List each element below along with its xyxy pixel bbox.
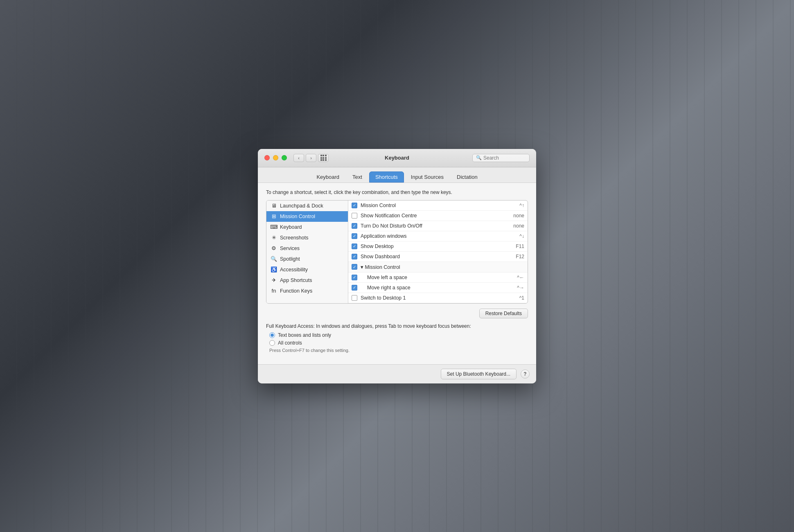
services-icon: ⚙ [271, 245, 277, 252]
launchpad-icon: 🖥 [271, 203, 277, 209]
shortcut-check-4[interactable]: ✓ [352, 243, 357, 249]
sidebar-item-label-accessibility: Accessibility [280, 267, 308, 273]
shortcut-row-2: ✓Turn Do Not Disturb On/Offnone [348, 221, 528, 231]
sidebar-item-label-app-shortcuts: App Shortcuts [280, 277, 312, 283]
search-icon: 🔍 [476, 155, 482, 160]
accessibility-icon: ♿ [271, 266, 277, 273]
shortcut-check-3[interactable]: ✓ [352, 233, 357, 239]
tab-keyboard[interactable]: Keyboard [310, 171, 345, 183]
keyboard-access-title: Full Keyboard Access: In windows and dia… [266, 323, 528, 329]
grid-button[interactable] [318, 154, 329, 162]
mission-control-icon: ⊞ [271, 213, 277, 220]
shortcut-key-0: ^↑ [508, 203, 524, 208]
shortcut-label-5: Show Dashboard [361, 254, 505, 259]
tab-text[interactable]: Text [346, 171, 368, 183]
keyboard-icon: ⌨ [271, 224, 277, 230]
radio-all-controls-input[interactable] [269, 340, 275, 346]
shortcut-label-9: Switch to Desktop 1 [361, 295, 505, 301]
tab-dictation[interactable]: Dictation [451, 171, 484, 183]
sidebar-item-launchpad[interactable]: 🖥Launchpad & Dock [266, 201, 348, 211]
sidebar-item-services[interactable]: ⚙Services [266, 243, 348, 254]
shortcut-key-5: F12 [508, 254, 524, 259]
tabs-row: KeyboardTextShortcutsInput SourcesDictat… [258, 167, 536, 183]
search-bar[interactable]: 🔍 [472, 154, 530, 162]
shortcut-key-9: ^1 [508, 295, 524, 301]
screenshots-icon: ✳ [271, 234, 277, 241]
keyboard-access-section: Full Keyboard Access: In windows and dia… [266, 323, 528, 353]
shortcut-row-7: ✓Move left a space^← [348, 273, 528, 283]
shortcut-check-9[interactable] [352, 295, 357, 301]
shortcut-key-2: none [508, 223, 524, 229]
sidebar-item-mission-control[interactable]: ⊞Mission Control [266, 211, 348, 222]
sidebar: 🖥Launchpad & Dock⊞Mission Control⌨Keyboa… [266, 201, 348, 303]
sidebar-item-label-mission-control: Mission Control [280, 214, 315, 219]
close-button[interactable] [264, 155, 270, 160]
tab-shortcuts[interactable]: Shortcuts [369, 171, 404, 183]
maximize-button[interactable] [282, 155, 287, 160]
control-hint: Press Control+F7 to change this setting. [269, 348, 528, 353]
radio-text-boxes-input[interactable] [269, 332, 275, 338]
instruction-text: To change a shortcut, select it, click t… [266, 189, 528, 195]
window-title: Keyboard [385, 155, 409, 161]
forward-button[interactable]: › [306, 154, 316, 162]
grid-icon [320, 155, 327, 161]
sidebar-item-label-spotlight: Spotlight [280, 256, 300, 262]
shortcut-check-8[interactable]: ✓ [352, 285, 357, 291]
shortcut-check-5[interactable]: ✓ [352, 254, 357, 259]
minimize-button[interactable] [273, 155, 278, 160]
shortcut-list: ✓Mission Control^↑Show Notification Cent… [348, 201, 528, 303]
shortcut-label-7: Move left a space [367, 275, 505, 280]
tab-input-sources[interactable]: Input Sources [405, 171, 450, 183]
shortcut-key-8: ^→ [508, 285, 524, 291]
radio-all-controls-label: All controls [278, 340, 302, 346]
shortcut-row-0: ✓Mission Control^↑ [348, 201, 528, 211]
shortcut-label-3: Application windows [361, 233, 505, 239]
nav-buttons: ‹ › [293, 154, 316, 162]
title-bar: ‹ › Keyboard 🔍 [258, 149, 536, 167]
shortcut-check-2[interactable]: ✓ [352, 223, 357, 229]
sidebar-item-screenshots[interactable]: ✳Screenshots [266, 232, 348, 243]
back-button[interactable]: ‹ [293, 154, 304, 162]
sidebar-item-spotlight[interactable]: 🔍Spotlight [266, 254, 348, 264]
shortcut-row-5: ✓Show DashboardF12 [348, 252, 528, 262]
help-button[interactable]: ? [521, 370, 530, 379]
traffic-lights [264, 155, 287, 160]
sidebar-item-label-keyboard: Keyboard [280, 224, 302, 230]
shortcut-check-6[interactable]: ✓ [352, 264, 357, 270]
shortcut-check-1[interactable] [352, 213, 357, 219]
sidebar-item-label-launchpad: Launchpad & Dock [280, 203, 323, 209]
shortcut-row-3: ✓Application windows^↓ [348, 231, 528, 241]
shortcut-row-4: ✓Show DesktopF11 [348, 241, 528, 252]
radio-all-controls[interactable]: All controls [269, 340, 528, 346]
sidebar-item-keyboard[interactable]: ⌨Keyboard [266, 222, 348, 232]
shortcut-check-7[interactable]: ✓ [352, 275, 357, 280]
sidebar-item-app-shortcuts[interactable]: ✈App Shortcuts [266, 275, 348, 286]
shortcut-label-1: Show Notification Centre [361, 213, 505, 219]
shortcut-key-3: ^↓ [508, 233, 524, 239]
shortcut-check-0[interactable]: ✓ [352, 203, 357, 208]
shortcut-row-9: Switch to Desktop 1^1 [348, 293, 528, 303]
bottom-bar: Set Up Bluetooth Keyboard... ? [258, 364, 536, 383]
content-area: To change a shortcut, select it, click t… [258, 183, 536, 364]
radio-text-boxes[interactable]: Text boxes and lists only [269, 332, 528, 338]
search-input[interactable] [483, 155, 526, 161]
spotlight-icon: 🔍 [271, 256, 277, 262]
restore-row: Restore Defaults [266, 309, 528, 318]
sidebar-item-label-function-keys: Function Keys [280, 288, 312, 294]
shortcut-label-6: ▾ Mission Control [361, 264, 505, 270]
sidebar-item-function-keys[interactable]: fnFunction Keys [266, 286, 348, 296]
setup-bluetooth-button[interactable]: Set Up Bluetooth Keyboard... [441, 369, 517, 379]
sidebar-item-label-services: Services [280, 246, 300, 251]
shortcut-row-8: ✓Move right a space^→ [348, 283, 528, 293]
shortcut-label-8: Move right a space [367, 285, 505, 291]
shortcut-key-1: none [508, 213, 524, 219]
restore-defaults-button[interactable]: Restore Defaults [479, 309, 528, 318]
function-keys-icon: fn [271, 288, 277, 294]
radio-dot [271, 334, 274, 337]
shortcut-label-2: Turn Do Not Disturb On/Off [361, 223, 505, 229]
main-panel: 🖥Launchpad & Dock⊞Mission Control⌨Keyboa… [266, 200, 528, 304]
shortcut-key-4: F11 [508, 243, 524, 249]
sidebar-item-accessibility[interactable]: ♿Accessibility [266, 264, 348, 275]
keyboard-preferences-window: ‹ › Keyboard 🔍 KeyboardTextShortcutsInpu… [258, 149, 536, 383]
radio-text-boxes-label: Text boxes and lists only [278, 332, 331, 338]
